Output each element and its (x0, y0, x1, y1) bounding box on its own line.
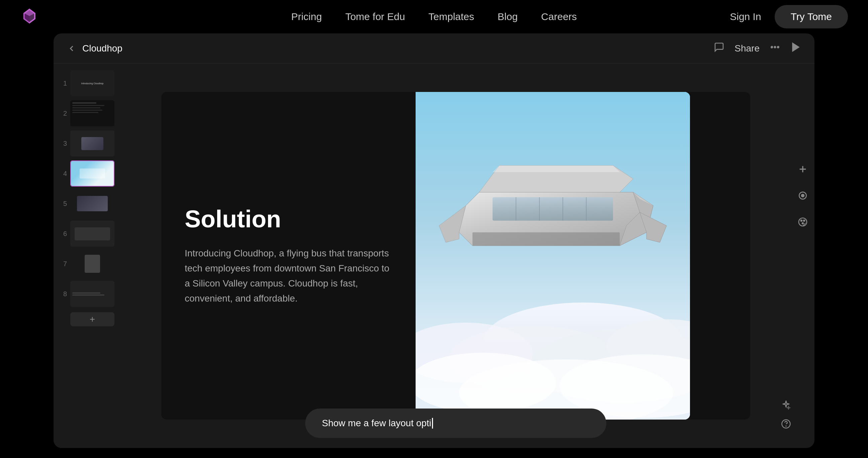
target-tool-icon[interactable] (797, 190, 808, 203)
nav-templates[interactable]: Templates (428, 11, 474, 23)
nav-links: Pricing Tome for Edu Templates Blog Care… (291, 11, 577, 23)
svg-marker-3 (793, 43, 799, 51)
add-slide-button[interactable]: + (70, 312, 115, 326)
main-container: Cloudhop Share (0, 33, 868, 448)
sign-in-button[interactable]: Sign In (730, 11, 761, 23)
slide-thumb-5[interactable] (70, 191, 115, 217)
back-button[interactable] (67, 44, 76, 53)
right-sidebar (791, 64, 814, 448)
svg-rect-18 (472, 232, 620, 246)
slide-item-1[interactable]: 1 Introducing Cloudhop (59, 70, 115, 96)
svg-rect-13 (493, 197, 613, 221)
slide-num-4: 4 (59, 170, 67, 177)
slide-num-2: 2 (59, 110, 67, 117)
slide-image (415, 92, 690, 420)
try-tome-button[interactable]: Try Tome (775, 5, 848, 28)
svg-point-11 (415, 353, 556, 413)
slide-num-8: 8 (59, 290, 67, 298)
svg-point-24 (801, 220, 802, 221)
svg-point-1 (774, 46, 776, 48)
svg-point-28 (786, 426, 786, 426)
nav-careers[interactable]: Careers (541, 11, 577, 23)
svg-point-2 (777, 46, 779, 48)
slide-thumb-6[interactable] (70, 221, 115, 247)
toolbar-left: Cloudhop (67, 43, 122, 54)
svg-point-22 (801, 194, 804, 197)
more-options-icon[interactable] (770, 42, 780, 55)
slide-item-2[interactable]: 2 (59, 100, 115, 126)
bottom-tools (781, 400, 791, 431)
slide-thumb-7[interactable] (70, 251, 115, 277)
toolbar-right: Share (714, 42, 801, 55)
slide-thumb-4[interactable] (70, 160, 115, 187)
slide-thumb-2[interactable] (70, 100, 115, 126)
svg-point-25 (803, 220, 805, 221)
slide-num-3: 3 (59, 140, 67, 148)
ai-input-container: Show me a few layout opti (305, 408, 606, 438)
svg-point-26 (802, 223, 803, 224)
document-title: Cloudhop (82, 43, 122, 54)
slide-item-3[interactable]: 3 (59, 130, 115, 157)
help-icon[interactable] (781, 419, 791, 431)
ai-input-box[interactable]: Show me a few layout opti (305, 408, 606, 438)
slide-illustration (415, 92, 690, 420)
slide-num-5: 5 (59, 200, 67, 207)
slide-item-5[interactable]: 5 (59, 191, 115, 217)
app-window: Cloudhop Share (54, 33, 814, 448)
slide-item-7[interactable]: 7 (59, 251, 115, 277)
content-area: 1 Introducing Cloudhop 2 (54, 64, 814, 448)
slide-item-6[interactable]: 6 (59, 221, 115, 247)
slide-left-content: Solution Introducing Cloudhop, a flying … (161, 92, 415, 420)
play-button[interactable] (790, 42, 801, 55)
slide-body-text: Introducing Cloudhop, a flying bus that … (185, 246, 392, 306)
ai-input-text: Show me a few layout opti (322, 418, 431, 429)
slide-heading: Solution (185, 205, 392, 233)
nav-tome-for-edu[interactable]: Tome for Edu (345, 11, 405, 23)
slide-item-8[interactable]: 8 (59, 281, 115, 307)
slide-num-7: 7 (59, 260, 67, 268)
slide-canvas: Solution Introducing Cloudhop, a flying … (161, 92, 750, 420)
slide-num-6: 6 (59, 230, 67, 238)
slide-num-1: 1 (59, 79, 67, 87)
slide-thumb-1[interactable]: Introducing Cloudhop (70, 70, 115, 96)
svg-point-0 (771, 46, 773, 48)
logo[interactable] (20, 7, 39, 27)
toolbar: Cloudhop Share (54, 33, 814, 64)
nav-pricing[interactable]: Pricing (291, 11, 322, 23)
slide-item-4[interactable]: 4 (59, 160, 115, 187)
svg-point-23 (799, 218, 807, 226)
slide-editor: Solution Introducing Cloudhop, a flying … (121, 64, 791, 448)
comment-icon[interactable] (714, 42, 724, 55)
add-tool-icon[interactable] (797, 164, 808, 177)
navigation: Pricing Tome for Edu Templates Blog Care… (0, 0, 868, 33)
nav-blog[interactable]: Blog (498, 11, 518, 23)
nav-right: Sign In Try Tome (730, 5, 848, 28)
share-button[interactable]: Share (735, 43, 760, 54)
slide-thumb-3[interactable] (70, 130, 115, 157)
sparkle-icon[interactable] (781, 400, 791, 412)
palette-tool-icon[interactable] (797, 217, 808, 230)
text-cursor (432, 418, 433, 429)
slide-panel: 1 Introducing Cloudhop 2 (54, 64, 121, 448)
slide-thumb-8[interactable] (70, 281, 115, 307)
